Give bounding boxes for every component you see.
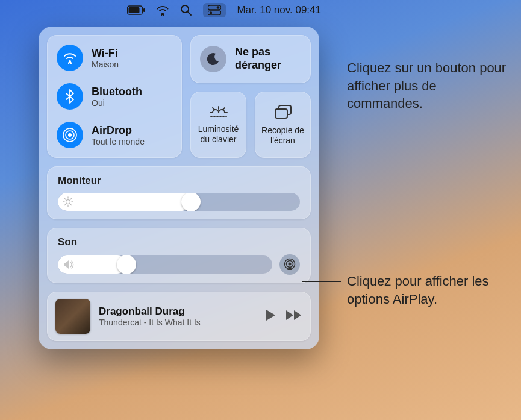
bluetooth-icon xyxy=(57,83,83,110)
svg-rect-2 xyxy=(143,8,145,12)
svg-point-11 xyxy=(68,133,72,137)
wifi-menubar-icon[interactable] xyxy=(156,5,169,16)
bluetooth-toggle[interactable]: Bluetooth Oui xyxy=(54,80,175,113)
airdrop-text: AirDrop Tout le monde xyxy=(92,124,145,146)
sound-volume-slider[interactable] xyxy=(58,255,272,274)
right-column: Ne pas déranger Luminosité du clavier Re… xyxy=(190,35,311,158)
datetime[interactable]: Mar. 10 nov. 09:41 xyxy=(237,4,321,16)
play-button[interactable] xyxy=(265,309,276,324)
menubar: Mar. 10 nov. 09:41 xyxy=(0,0,327,20)
next-track-button[interactable] xyxy=(285,310,302,323)
svg-rect-16 xyxy=(275,109,287,118)
screen-mirroring-label: Recopie de l'écran xyxy=(258,125,307,145)
media-text: Dragonball Durag Thundercat - It Is What… xyxy=(99,306,257,327)
svg-line-23 xyxy=(70,204,72,205)
airdrop-subtitle: Tout le monde xyxy=(92,137,145,146)
keyboard-brightness-label: Luminosité du clavier xyxy=(194,124,243,143)
top-row: Wi-Fi Maison Bluetooth Oui AirDrop xyxy=(47,35,311,158)
display-label: Moniteur xyxy=(58,175,300,187)
bluetooth-title: Bluetooth xyxy=(92,86,142,98)
wifi-toggle[interactable]: Wi-Fi Maison xyxy=(54,41,175,75)
now-playing-tile[interactable]: Dragonball Durag Thundercat - It Is What… xyxy=(47,292,311,341)
svg-line-24 xyxy=(70,199,72,200)
keyboard-brightness-tile[interactable]: Luminosité du clavier xyxy=(190,92,246,158)
bluetooth-subtitle: Oui xyxy=(92,98,142,108)
media-controls xyxy=(265,309,302,324)
wifi-title: Wi-Fi xyxy=(92,47,119,60)
svg-line-5 xyxy=(188,12,191,15)
svg-point-10 xyxy=(69,60,71,63)
dnd-tile[interactable]: Ne pas déranger xyxy=(190,35,311,83)
wifi-text: Wi-Fi Maison xyxy=(92,47,119,69)
svg-line-22 xyxy=(65,199,66,200)
control-center-menubar-icon[interactable] xyxy=(203,3,226,17)
svg-point-3 xyxy=(161,13,164,15)
svg-point-7 xyxy=(217,6,219,8)
control-center-panel: Wi-Fi Maison Bluetooth Oui AirDrop xyxy=(39,27,319,349)
speaker-icon xyxy=(63,259,73,270)
airdrop-title: AirDrop xyxy=(92,124,145,137)
callout-line-top xyxy=(311,69,341,69)
airplay-icon xyxy=(283,258,296,271)
wifi-subtitle: Maison xyxy=(92,60,119,69)
dnd-label: Ne pas déranger xyxy=(235,46,301,72)
artist-album: Thundercat - It Is What It Is xyxy=(99,318,257,327)
airdrop-icon xyxy=(57,122,83,148)
svg-point-4 xyxy=(181,5,189,13)
airplay-audio-button[interactable] xyxy=(279,254,300,275)
album-art xyxy=(55,299,90,334)
callout-top: Cliquez sur un bouton pour afficher plus… xyxy=(347,59,516,113)
sun-icon xyxy=(63,196,73,207)
connectivity-tile: Wi-Fi Maison Bluetooth Oui AirDrop xyxy=(47,35,182,158)
bluetooth-text: Bluetooth Oui xyxy=(92,86,142,108)
screen-mirroring-tile[interactable]: Recopie de l'écran xyxy=(255,92,311,158)
display-tile: Moniteur xyxy=(47,166,311,219)
svg-line-25 xyxy=(65,204,66,205)
spotlight-icon[interactable] xyxy=(180,4,192,16)
svg-point-26 xyxy=(289,263,292,266)
svg-point-17 xyxy=(66,200,70,204)
svg-point-9 xyxy=(210,11,212,14)
svg-rect-1 xyxy=(129,7,140,13)
display-brightness-slider[interactable] xyxy=(58,193,300,211)
battery-icon[interactable] xyxy=(127,5,145,15)
wifi-icon xyxy=(57,45,83,71)
callout-line-bottom xyxy=(302,281,341,282)
song-title: Dragonball Durag xyxy=(99,306,257,318)
sound-tile: Son xyxy=(47,228,311,283)
airdrop-toggle[interactable]: AirDrop Tout le monde xyxy=(54,118,175,152)
moon-icon xyxy=(200,46,226,72)
callout-bottom: Cliquez pour afficher les options AirPla… xyxy=(347,272,510,308)
sound-label: Son xyxy=(58,236,300,248)
screen-mirroring-icon xyxy=(273,104,293,122)
keyboard-brightness-icon xyxy=(209,105,228,121)
small-tiles-row: Luminosité du clavier Recopie de l'écran xyxy=(190,92,311,158)
